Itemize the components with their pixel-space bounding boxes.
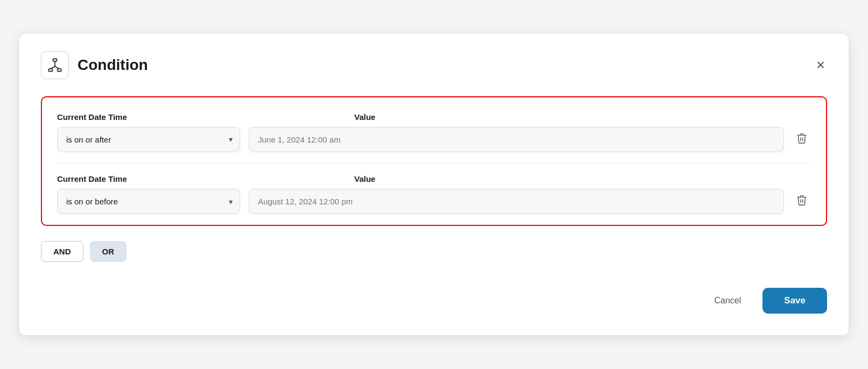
svg-line-4 <box>51 66 55 69</box>
value-label-2: Value <box>354 174 375 183</box>
modal-title: Condition <box>78 56 148 74</box>
condition-row-2: Current Date Time Value is on or before … <box>57 174 811 214</box>
value-input-2[interactable] <box>249 189 784 214</box>
operator-select-2[interactable]: is on or before is on or after is is not <box>57 189 240 214</box>
modal-title-area: Condition <box>41 51 148 79</box>
field-label-2: Current Date Time <box>57 174 240 183</box>
operator-select-1[interactable]: is on or after is on or before is is not <box>57 127 240 152</box>
network-icon <box>47 58 62 73</box>
separator <box>57 163 811 164</box>
svg-line-5 <box>55 66 59 69</box>
save-button[interactable]: Save <box>762 288 827 314</box>
condition-row: Current Date Time Value is on or after i… <box>57 112 811 152</box>
trash-icon-2 <box>796 194 808 206</box>
or-button[interactable]: OR <box>90 241 127 262</box>
row-labels-2: Current Date Time Value <box>57 174 811 183</box>
cancel-button[interactable]: Cancel <box>703 289 752 312</box>
field-label-1: Current Date Time <box>57 112 240 122</box>
and-or-row: AND OR <box>41 241 827 262</box>
and-button[interactable]: AND <box>41 241 83 262</box>
modal-header: Condition × <box>41 51 827 79</box>
row-labels: Current Date Time Value <box>57 112 811 122</box>
trash-icon-1 <box>796 132 808 144</box>
conditions-box: Current Date Time Value is on or after i… <box>41 96 827 226</box>
network-icon-box <box>41 51 69 79</box>
value-label-1: Value <box>354 112 375 122</box>
operator-select-wrapper-1: is on or after is on or before is is not… <box>57 127 240 152</box>
value-input-1[interactable] <box>249 127 784 152</box>
close-button[interactable]: × <box>814 55 827 75</box>
row-inputs-2: is on or before is on or after is is not… <box>57 189 811 214</box>
operator-select-wrapper-2: is on or before is on or after is is not… <box>57 189 240 214</box>
row-inputs-1: is on or after is on or before is is not… <box>57 127 811 152</box>
condition-modal: Condition × Current Date Time Value is o… <box>19 34 849 336</box>
modal-footer: Cancel Save <box>41 288 827 314</box>
delete-button-2[interactable] <box>793 191 811 212</box>
delete-button-1[interactable] <box>793 129 811 150</box>
